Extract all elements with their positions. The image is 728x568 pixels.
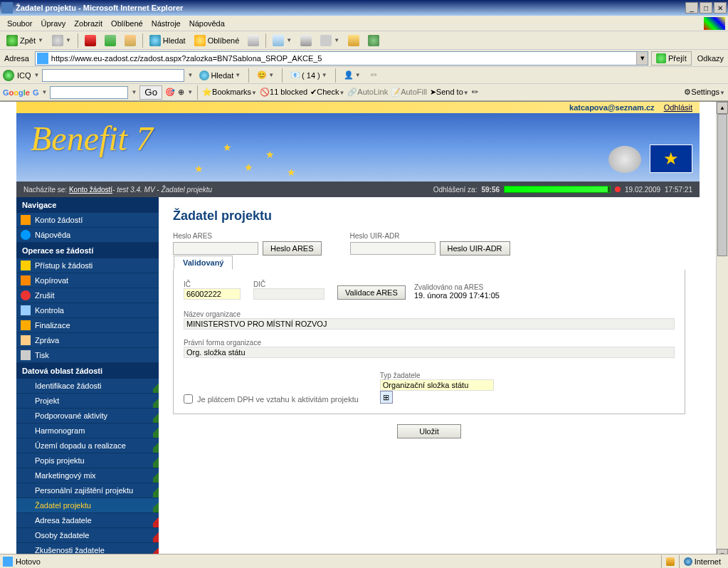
autolink-button[interactable]: 🔗AutoLink: [347, 88, 388, 97]
print-icon: [300, 35, 312, 46]
nav-harmon[interactable]: Harmonogram: [16, 424, 159, 438]
google-search-input[interactable]: [50, 86, 128, 99]
nav-ident[interactable]: Identifikace žádosti: [16, 379, 159, 394]
icq-user-button[interactable]: 👤▼: [340, 68, 364, 83]
menu-napoveda[interactable]: Nápověda: [185, 18, 229, 29]
nav-personal[interactable]: Personální zajištění projektu: [16, 483, 159, 498]
heslo-uir-button[interactable]: Heslo UIR-ADR: [440, 241, 510, 256]
url-input[interactable]: [50, 54, 636, 63]
nav-adresa[interactable]: Adresa žadatele: [16, 513, 159, 528]
search-button[interactable]: Hledat: [146, 33, 189, 48]
close-button[interactable]: ✕: [714, 2, 727, 14]
go-button[interactable]: Přejít: [651, 51, 692, 65]
menu-nastroje[interactable]: Nástroje: [147, 18, 185, 29]
nav-finalizace[interactable]: Finalizace: [16, 318, 159, 333]
forward-icon: [52, 35, 63, 46]
nav-marketing[interactable]: Marketingový mix: [16, 468, 159, 483]
ic-value[interactable]: 66002222: [184, 288, 241, 300]
lock-icon: [666, 557, 675, 566]
nav-kontrola[interactable]: Kontrola: [16, 303, 159, 318]
banner: Benefit 7 ★ ★ ★ ★ ★ ★: [16, 113, 700, 182]
back-button[interactable]: Zpět▼: [3, 33, 47, 48]
page-status-icon: [3, 557, 13, 567]
heslo-ares-button[interactable]: Heslo ARES: [263, 241, 322, 256]
google-toolbar: Google G▼ ▼ Go 🎯⊕▼ ⭐Bookmarks▼ 🚫11 block…: [0, 84, 728, 101]
save-button[interactable]: Uložit: [397, 424, 461, 438]
menu-upravy[interactable]: Úpravy: [36, 18, 70, 29]
nav-podp-akt[interactable]: Podporované aktivity: [16, 409, 159, 424]
nav-zrusit[interactable]: Zrušit: [16, 288, 159, 303]
back-icon: [6, 35, 18, 46]
lookup-icon[interactable]: ⊞: [380, 391, 393, 404]
status-bar: Hotovo Internet: [0, 554, 728, 568]
bookmarks-button[interactable]: ⭐Bookmarks▼: [202, 88, 257, 97]
mail-button[interactable]: ▼: [269, 33, 295, 48]
typ-zadatele-value[interactable]: Organizační složka státu: [380, 379, 494, 391]
pravni-label: Právní forma organizace: [184, 339, 261, 347]
windows-logo-icon: [704, 17, 725, 30]
app-icon: [1, 2, 13, 14]
copy-icon: [21, 275, 31, 285]
vertical-scrollbar[interactable]: ▲ ▼: [716, 102, 728, 561]
search-icon: [149, 35, 161, 46]
google-go-button[interactable]: Go: [139, 85, 162, 100]
icq-messages-button[interactable]: 📧( 14 )▼: [287, 68, 331, 83]
platce-label: Je plátcem DPH ve vztahu k aktivitám pro…: [197, 395, 359, 404]
heslo-ares-label: Heslo ARES: [173, 232, 322, 240]
tab-validovany[interactable]: Validovaný: [174, 256, 233, 270]
heslo-ares-input[interactable]: [173, 242, 258, 255]
nav-napoveda[interactable]: Nápověda: [16, 228, 159, 243]
autofill-button[interactable]: 📝AutoFill: [391, 88, 427, 97]
nav-projekt[interactable]: Projekt: [16, 394, 159, 409]
menu-soubor[interactable]: Soubor: [3, 18, 36, 29]
forward-button[interactable]: ▼: [48, 33, 75, 48]
nav-konto[interactable]: Konto žádostí: [16, 213, 159, 228]
history-button[interactable]: [244, 33, 263, 48]
edit-button[interactable]: ▼: [317, 33, 343, 48]
print-button[interactable]: [297, 33, 315, 48]
page-icon: [37, 53, 48, 64]
minimize-button[interactable]: _: [685, 2, 698, 14]
validace-ares-button[interactable]: Validace ARES: [337, 285, 406, 300]
nav-kopirovat[interactable]: Kopírovat: [16, 273, 159, 288]
check-button[interactable]: ✔Check▼: [310, 88, 344, 97]
stop-button[interactable]: [81, 33, 100, 48]
refresh-button[interactable]: [101, 33, 120, 48]
menu-oblibene[interactable]: Oblíbené: [107, 18, 147, 29]
list-icon: [21, 215, 31, 225]
links-label[interactable]: Odkazy: [695, 54, 727, 63]
maximize-button[interactable]: □: [700, 2, 712, 14]
favorites-button[interactable]: Oblíbené: [191, 33, 243, 48]
icq-search-button[interactable]: Hledat▼: [196, 68, 244, 83]
nav-uzemi[interactable]: Území dopadu a realizace: [16, 438, 159, 453]
platce-dph-checkbox[interactable]: [184, 394, 193, 404]
sendto-button[interactable]: ➤Send to▼: [430, 88, 469, 97]
icq-highlight-button[interactable]: ✏: [367, 68, 381, 83]
home-button[interactable]: [121, 33, 139, 48]
url-dropdown[interactable]: ▾: [636, 52, 648, 65]
icq-search-input[interactable]: [42, 69, 184, 82]
nav-pristup[interactable]: Přístup k žádosti: [16, 258, 159, 273]
menu-zobrazit[interactable]: Zobrazit: [70, 18, 107, 29]
nav-popis[interactable]: Popis projektu: [16, 453, 159, 468]
messenger-button[interactable]: [364, 33, 383, 48]
breadcrumb-link[interactable]: Konto žádostí: [69, 186, 112, 194]
nav-tisk[interactable]: Tisk: [16, 348, 159, 363]
blocked-button[interactable]: 🚫11 blocked: [260, 88, 307, 97]
settings-button[interactable]: ⚙Settings▼: [684, 88, 725, 97]
window-titlebar: Žadatel projektu - Microsoft Internet Ex…: [0, 0, 728, 16]
star-icon: [194, 35, 206, 46]
nav-zadatel[interactable]: Žadatel projektu: [16, 498, 159, 513]
logout-link[interactable]: Odhlásit: [664, 103, 692, 112]
address-bar: Adresa ▾ Přejít Odkazy: [0, 50, 728, 67]
folder-button[interactable]: [344, 33, 363, 48]
folder-icon: [348, 35, 359, 46]
icq-icon: [3, 70, 14, 81]
stop-icon: [85, 35, 96, 46]
zone-panel: Internet: [679, 555, 725, 568]
heslo-uir-input[interactable]: [350, 242, 436, 255]
message-icon: [21, 335, 31, 345]
icq-emoticon-button[interactable]: 😊▼: [253, 68, 278, 83]
nav-osoby[interactable]: Osoby žadatele: [16, 528, 159, 543]
nav-zprava[interactable]: Zpráva: [16, 333, 159, 348]
